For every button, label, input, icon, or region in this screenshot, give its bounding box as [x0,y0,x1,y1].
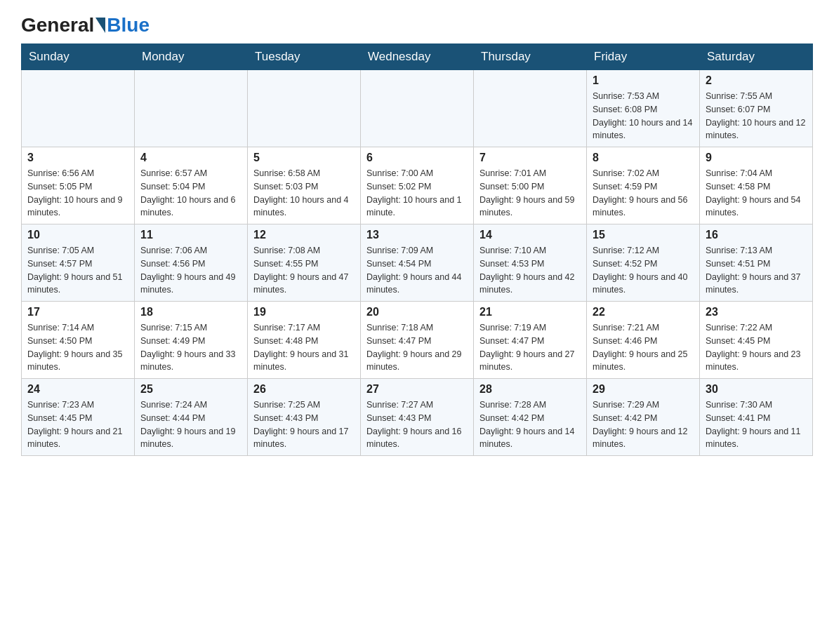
day-info: Sunrise: 7:01 AMSunset: 5:00 PMDaylight:… [479,167,581,220]
logo-triangle-icon [95,18,105,33]
weekday-header-friday: Friday [587,44,700,70]
weekday-header-thursday: Thursday [474,44,587,70]
calendar-cell: 23Sunrise: 7:22 AMSunset: 4:45 PMDayligh… [700,302,813,379]
calendar-cell [474,70,587,147]
day-number: 30 [706,383,807,396]
day-info: Sunrise: 7:24 AMSunset: 4:44 PMDaylight:… [140,398,241,451]
calendar-row-3: 17Sunrise: 7:14 AMSunset: 4:50 PMDayligh… [22,302,813,379]
day-number: 9 [706,152,807,164]
day-number: 26 [253,383,355,396]
day-info: Sunrise: 7:22 AMSunset: 4:45 PMDaylight:… [706,321,807,374]
calendar-cell [135,70,248,147]
day-number: 8 [593,152,694,164]
calendar-cell: 5Sunrise: 6:58 AMSunset: 5:03 PMDaylight… [248,147,361,224]
day-info: Sunrise: 7:19 AMSunset: 4:47 PMDaylight:… [479,321,581,374]
weekday-header-tuesday: Tuesday [248,44,361,70]
day-number: 2 [706,74,807,87]
day-number: 1 [593,74,694,87]
calendar-cell: 29Sunrise: 7:29 AMSunset: 4:42 PMDayligh… [587,379,700,456]
calendar-cell: 13Sunrise: 7:09 AMSunset: 4:54 PMDayligh… [361,224,474,302]
calendar-cell: 10Sunrise: 7:05 AMSunset: 4:57 PMDayligh… [22,224,135,302]
logo: General Blue [21,14,150,36]
calendar-cell: 17Sunrise: 7:14 AMSunset: 4:50 PMDayligh… [22,302,135,379]
day-number: 12 [253,229,355,241]
calendar-cell: 26Sunrise: 7:25 AMSunset: 4:43 PMDayligh… [248,379,361,456]
calendar-cell: 11Sunrise: 7:06 AMSunset: 4:56 PMDayligh… [135,224,248,302]
day-number: 18 [140,306,241,318]
day-number: 13 [366,229,468,241]
calendar-row-1: 3Sunrise: 6:56 AMSunset: 5:05 PMDaylight… [22,147,813,224]
calendar-cell: 16Sunrise: 7:13 AMSunset: 4:51 PMDayligh… [700,224,813,302]
calendar-cell: 1Sunrise: 7:53 AMSunset: 6:08 PMDaylight… [587,70,700,147]
day-info: Sunrise: 7:02 AMSunset: 4:59 PMDaylight:… [593,167,694,220]
day-info: Sunrise: 6:56 AMSunset: 5:05 PMDaylight:… [27,167,128,220]
day-info: Sunrise: 7:25 AMSunset: 4:43 PMDaylight:… [253,398,355,451]
day-info: Sunrise: 7:09 AMSunset: 4:54 PMDaylight:… [366,244,468,297]
calendar-cell: 20Sunrise: 7:18 AMSunset: 4:47 PMDayligh… [361,302,474,379]
calendar-cell: 15Sunrise: 7:12 AMSunset: 4:52 PMDayligh… [587,224,700,302]
day-number: 28 [479,383,581,396]
day-info: Sunrise: 7:08 AMSunset: 4:55 PMDaylight:… [253,244,355,297]
day-number: 20 [366,306,468,318]
day-info: Sunrise: 7:18 AMSunset: 4:47 PMDaylight:… [366,321,468,374]
day-info: Sunrise: 7:13 AMSunset: 4:51 PMDaylight:… [706,244,807,297]
calendar-cell: 2Sunrise: 7:55 AMSunset: 6:07 PMDaylight… [700,70,813,147]
calendar-row-0: 1Sunrise: 7:53 AMSunset: 6:08 PMDaylight… [22,70,813,147]
weekday-header-monday: Monday [135,44,248,70]
day-number: 4 [140,152,241,164]
day-info: Sunrise: 6:57 AMSunset: 5:04 PMDaylight:… [140,167,241,220]
day-number: 11 [140,229,241,241]
day-number: 17 [27,306,128,318]
weekday-header-saturday: Saturday [700,44,813,70]
calendar-cell: 18Sunrise: 7:15 AMSunset: 4:49 PMDayligh… [135,302,248,379]
calendar-cell: 12Sunrise: 7:08 AMSunset: 4:55 PMDayligh… [248,224,361,302]
logo-text: General Blue [21,14,150,36]
day-info: Sunrise: 7:06 AMSunset: 4:56 PMDaylight:… [140,244,241,297]
day-info: Sunrise: 7:27 AMSunset: 4:43 PMDaylight:… [366,398,468,451]
calendar-cell: 7Sunrise: 7:01 AMSunset: 5:00 PMDaylight… [474,147,587,224]
day-number: 7 [479,152,581,164]
day-info: Sunrise: 7:53 AMSunset: 6:08 PMDaylight:… [593,90,694,142]
calendar-cell: 27Sunrise: 7:27 AMSunset: 4:43 PMDayligh… [361,379,474,456]
day-number: 29 [593,383,694,396]
day-number: 23 [706,306,807,318]
day-number: 24 [27,383,128,396]
day-number: 14 [479,229,581,241]
calendar-cell: 22Sunrise: 7:21 AMSunset: 4:46 PMDayligh… [587,302,700,379]
calendar-cell: 3Sunrise: 6:56 AMSunset: 5:05 PMDaylight… [22,147,135,224]
day-info: Sunrise: 7:23 AMSunset: 4:45 PMDaylight:… [27,398,128,451]
day-info: Sunrise: 7:55 AMSunset: 6:07 PMDaylight:… [706,90,807,142]
calendar-cell [22,70,135,147]
page-header: General Blue [21,14,813,36]
day-number: 19 [253,306,355,318]
calendar-cell: 19Sunrise: 7:17 AMSunset: 4:48 PMDayligh… [248,302,361,379]
weekday-header-row: SundayMondayTuesdayWednesdayThursdayFrid… [22,44,813,70]
day-info: Sunrise: 7:12 AMSunset: 4:52 PMDaylight:… [593,244,694,297]
calendar-cell: 24Sunrise: 7:23 AMSunset: 4:45 PMDayligh… [22,379,135,456]
day-info: Sunrise: 7:21 AMSunset: 4:46 PMDaylight:… [593,321,694,374]
calendar-cell: 30Sunrise: 7:30 AMSunset: 4:41 PMDayligh… [700,379,813,456]
day-number: 10 [27,229,128,241]
weekday-header-sunday: Sunday [22,44,135,70]
calendar-cell: 6Sunrise: 7:00 AMSunset: 5:02 PMDaylight… [361,147,474,224]
day-info: Sunrise: 6:58 AMSunset: 5:03 PMDaylight:… [253,167,355,220]
weekday-header-wednesday: Wednesday [361,44,474,70]
day-info: Sunrise: 7:00 AMSunset: 5:02 PMDaylight:… [366,167,468,220]
day-number: 6 [366,152,468,164]
day-info: Sunrise: 7:28 AMSunset: 4:42 PMDaylight:… [479,398,581,451]
calendar-cell [361,70,474,147]
day-info: Sunrise: 7:15 AMSunset: 4:49 PMDaylight:… [140,321,241,374]
day-info: Sunrise: 7:04 AMSunset: 4:58 PMDaylight:… [706,167,807,220]
day-number: 27 [366,383,468,396]
day-number: 25 [140,383,241,396]
day-number: 22 [593,306,694,318]
day-info: Sunrise: 7:30 AMSunset: 4:41 PMDaylight:… [706,398,807,451]
day-number: 5 [253,152,355,164]
calendar-cell: 14Sunrise: 7:10 AMSunset: 4:53 PMDayligh… [474,224,587,302]
day-info: Sunrise: 7:29 AMSunset: 4:42 PMDaylight:… [593,398,694,451]
calendar-cell: 21Sunrise: 7:19 AMSunset: 4:47 PMDayligh… [474,302,587,379]
calendar-row-4: 24Sunrise: 7:23 AMSunset: 4:45 PMDayligh… [22,379,813,456]
calendar-cell: 9Sunrise: 7:04 AMSunset: 4:58 PMDaylight… [700,147,813,224]
calendar-cell: 28Sunrise: 7:28 AMSunset: 4:42 PMDayligh… [474,379,587,456]
day-info: Sunrise: 7:05 AMSunset: 4:57 PMDaylight:… [27,244,128,297]
